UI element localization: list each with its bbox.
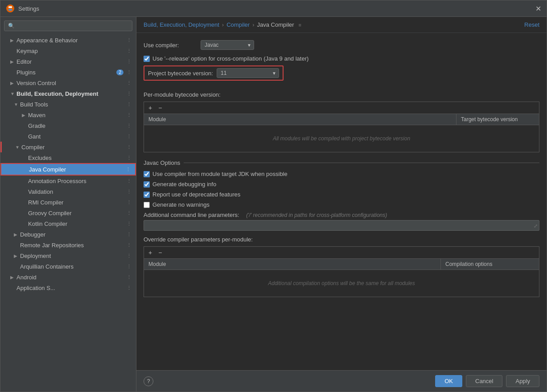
module-table-toolbar: + −: [144, 102, 539, 114]
settings-icon: ⋮: [125, 209, 132, 216]
sidebar-item-plugins[interactable]: ▶ Plugins 2 ⋮: [0, 67, 136, 78]
sidebar-item-android[interactable]: ▶ Android ⋮: [0, 272, 136, 282]
sidebar-item-label: Java Compiler: [29, 166, 124, 173]
breadcrumb-compiler[interactable]: Compiler: [226, 21, 250, 28]
sidebar-item-label: RMI Compiler: [28, 199, 125, 206]
opt3-row: Report use of deprecated features: [144, 191, 539, 198]
opt3-label: Report use of deprecated features: [152, 191, 240, 198]
sidebar-item-label: Keymap: [16, 48, 125, 54]
target-col-header: Target bytecode version: [457, 114, 539, 125]
settings-icon: ⋮: [125, 143, 132, 151]
settings-icon: ⋮: [125, 220, 132, 227]
cmd-label: Additional command line parameters:: [144, 212, 239, 218]
module-remove-button[interactable]: −: [156, 104, 164, 112]
opt3-checkbox[interactable]: [144, 192, 150, 198]
sidebar-item-maven[interactable]: ▶ Maven ⋮: [0, 110, 136, 120]
breadcrumb-menu-icon[interactable]: ≡: [299, 22, 301, 28]
bytecode-label: Project bytecode version:: [148, 70, 213, 77]
sidebar-item-label: Gradle: [28, 122, 125, 129]
title-bar: Settings ✕: [0, 0, 547, 17]
sidebar-item-label: Deployment: [20, 253, 125, 259]
sidebar-item-app-s[interactable]: ▶ Application S... ⋮: [0, 282, 136, 293]
opt2-label: Generate debugging info: [152, 181, 216, 188]
sidebar-item-debugger[interactable]: ▶ Debugger ⋮: [0, 229, 136, 240]
sidebar-item-label: Plugins: [16, 69, 116, 76]
sidebar-item-groovy[interactable]: ▶ Groovy Compiler ⋮: [0, 208, 136, 218]
cross-compile-checkbox[interactable]: [144, 56, 150, 62]
bytecode-select-wrapper: 89101112 1314151617 ▼: [217, 68, 279, 78]
cross-compile-row: Use '--release' option for cross-compila…: [144, 55, 539, 62]
expand-icon[interactable]: ⤢: [534, 223, 538, 229]
module-col-header: Module: [144, 114, 457, 125]
ok-button[interactable]: OK: [435, 375, 462, 387]
plugins-badge: 2: [116, 69, 123, 75]
close-button[interactable]: ✕: [535, 4, 541, 13]
arrow-icon: ▶: [10, 81, 16, 86]
settings-icon: ⋮: [125, 154, 132, 161]
cmd-input[interactable]: [144, 220, 539, 231]
use-compiler-label: Use compiler:: [144, 42, 197, 49]
sidebar-item-build-exec[interactable]: ▼ Build, Execution, Deployment ⋮: [0, 88, 136, 99]
arrow-icon: ▶: [22, 113, 28, 118]
override-remove-button[interactable]: −: [156, 249, 164, 257]
settings-icon: ⋮: [125, 69, 132, 76]
sidebar-item-annotation[interactable]: ▶ Annotation Processors ⋮: [0, 176, 136, 186]
override-table-header: Module Compilation options: [144, 259, 539, 270]
settings-icon: ⋮: [125, 241, 132, 249]
module-add-button[interactable]: +: [147, 104, 154, 112]
apply-button[interactable]: Apply: [506, 375, 539, 387]
sidebar-item-label: Annotation Processors: [28, 178, 125, 184]
bytecode-select[interactable]: 89101112 1314151617: [217, 68, 279, 78]
svg-rect-1: [8, 6, 12, 8]
sidebar-item-kotlin[interactable]: ▶ Kotlin Compiler ⋮: [0, 218, 136, 229]
sidebar-item-build-tools[interactable]: ▼ Build Tools ⋮: [0, 99, 136, 110]
breadcrumb-build[interactable]: Build, Execution, Deployment: [144, 21, 219, 28]
module-table-header: Module Target bytecode version: [144, 114, 539, 125]
override-table-toolbar: + −: [144, 247, 539, 259]
sidebar-item-label: Editor: [16, 58, 125, 65]
sidebar-item-excludes[interactable]: ▶ Excludes ⋮: [0, 152, 136, 163]
sidebar-item-label: Application S...: [16, 285, 125, 291]
breadcrumb-sep-1: ›: [222, 21, 224, 28]
sidebar-item-deployment[interactable]: ▶ Deployment ⋮: [0, 250, 136, 261]
sidebar-item-arquillian[interactable]: ▶ Arquillian Containers ⋮: [0, 261, 136, 272]
opt4-checkbox[interactable]: [144, 202, 150, 208]
search-input[interactable]: [4, 20, 132, 31]
sidebar-item-keymap[interactable]: ▶ Keymap ⋮: [0, 45, 136, 56]
settings-icon: ⋮: [124, 166, 132, 173]
javac-options-title: Javac Options: [144, 159, 539, 166]
sidebar-item-rmi[interactable]: ▶ RMI Compiler ⋮: [0, 197, 136, 208]
panel-body: Use compiler: Javac Eclipse Ajc ▼ Use '-…: [136, 33, 547, 370]
sidebar-item-remote-jar[interactable]: ▶ Remote Jar Repositories ⋮: [0, 240, 136, 250]
arrow-icon: ▼: [14, 102, 20, 107]
sidebar-item-compiler[interactable]: ▼ Compiler ⋮: [0, 142, 136, 152]
sidebar-item-version-control[interactable]: ▶ Version Control ⋮: [0, 78, 136, 88]
opt2-checkbox[interactable]: [144, 181, 150, 188]
settings-window: Settings ✕ ▶ Appearance & Behavior ⋮ ▶ K…: [0, 0, 547, 392]
cross-compile-label: Use '--release' option for cross-compila…: [152, 55, 308, 62]
sidebar-item-validation[interactable]: ▶ Validation ⋮: [0, 186, 136, 197]
arrow-icon: ▼: [15, 145, 21, 150]
sidebar-item-label: Appearance & Behavior: [16, 37, 125, 44]
sidebar-item-editor[interactable]: ▶ Editor ⋮: [0, 56, 136, 67]
override-add-button[interactable]: +: [147, 249, 154, 257]
sidebar-item-label: Version Control: [16, 80, 125, 86]
module-table-empty: All modules will be compiled with projec…: [144, 125, 539, 152]
settings-icon: ⋮: [125, 133, 132, 140]
opt1-label: Use compiler from module target JDK when…: [152, 171, 288, 177]
sidebar-item-appearance[interactable]: ▶ Appearance & Behavior ⋮: [0, 35, 136, 45]
cancel-button[interactable]: Cancel: [466, 375, 502, 387]
opt1-checkbox[interactable]: [144, 171, 150, 177]
compiler-select-wrapper: Javac Eclipse Ajc ▼: [201, 40, 254, 50]
per-module-label: Per-module bytecode version:: [144, 91, 539, 98]
arrow-icon: ▶: [10, 275, 16, 280]
sidebar-item-label: Build Tools: [20, 101, 125, 108]
compiler-select[interactable]: Javac Eclipse Ajc: [201, 40, 254, 50]
sidebar-item-java-compiler[interactable]: ▶ Java Compiler ⋮: [0, 163, 136, 176]
cmd-note: ('/' recommended in paths for cross-plat…: [246, 212, 387, 218]
reset-button[interactable]: Reset: [524, 21, 539, 28]
right-panel: Build, Execution, Deployment › Compiler …: [136, 17, 547, 392]
sidebar-item-gradle[interactable]: ▶ Gradle ⋮: [0, 120, 136, 131]
sidebar-item-gant[interactable]: ▶ Gant ⋮: [0, 131, 136, 142]
help-button[interactable]: ?: [144, 376, 153, 386]
